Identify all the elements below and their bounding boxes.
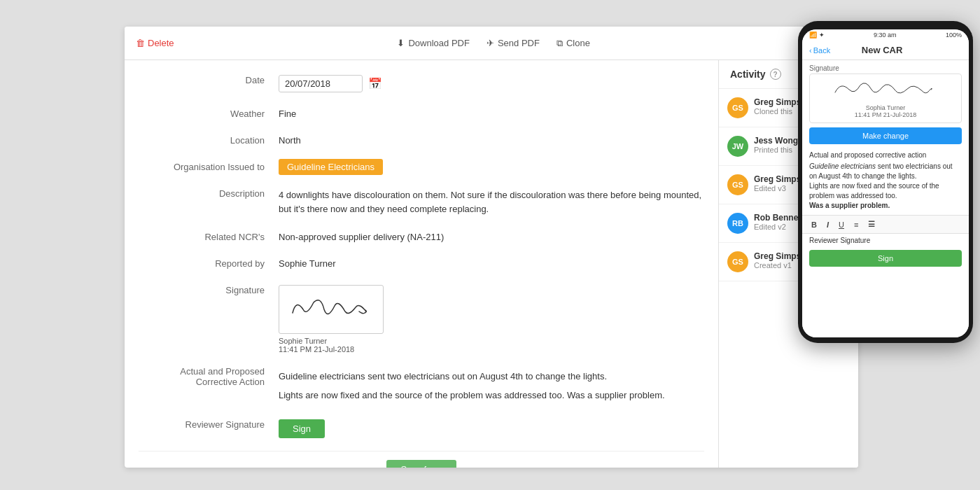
phone-status-bar: 📶 ✦ 9:30 am 100%	[802, 29, 969, 41]
phone-signal: 📶 ✦	[809, 31, 825, 38]
help-icon[interactable]: ?	[770, 69, 781, 80]
avatar: RB	[727, 213, 748, 234]
date-input[interactable]	[279, 75, 363, 92]
org-value: Guideline Electricians	[279, 158, 704, 172]
phone-sig-date: 11:41 PM 21-Jul-2018	[814, 111, 957, 118]
toolbar: 🗑 Delete ⬇ Download PDF ✈ Send PDF ⧉ Clo…	[125, 27, 858, 60]
phone-sig-svg	[830, 78, 941, 101]
corrective-text1: Guideline electricians sent two electric…	[279, 370, 704, 384]
org-badge: Guideline Electricians	[279, 159, 383, 175]
reported-by-row: Reported by Sophie Turner	[139, 255, 704, 269]
reviewer-sig-label: Reviewer Signature	[139, 416, 279, 430]
phone-screen: 📶 ✦ 9:30 am 100% ‹ Back New CAR Signatur…	[802, 29, 969, 337]
org-row: Organisation Issued to Guideline Electri…	[139, 158, 704, 172]
avatar: GS	[727, 251, 748, 272]
related-ncrs-label: Related NCR's	[139, 228, 279, 242]
unordered-list-icon[interactable]: ☰	[866, 218, 877, 230]
phone-sig-label: Signature	[802, 60, 969, 74]
activity-person-name: Rob Bennett	[754, 213, 804, 223]
phone-sign-button[interactable]: Sign	[809, 250, 962, 267]
phone-title: New CAR	[862, 45, 903, 55]
phone-reviewer-label: Reviewer Signature	[802, 234, 969, 247]
sig-name: Sophie Turner	[279, 337, 704, 345]
reviewer-sig-value: Sign	[279, 416, 704, 438]
clone-label: Clone	[566, 38, 590, 48]
download-pdf-button[interactable]: ⬇ Download PDF	[397, 38, 469, 48]
sig-date: 11:41 PM 21-Jul-2018	[279, 345, 704, 354]
corrective-value: Guideline electricians sent two electric…	[279, 366, 704, 403]
signature-area: Sophie Turner 11:41 PM 21-Jul-2018	[279, 281, 704, 354]
phone-sig-person: Sophia Turner	[814, 104, 957, 111]
corrective-row: Actual and Proposed Corrective Action Gu…	[139, 366, 704, 403]
phone-corrective-line2: Lights are now fixed and the source of t…	[809, 182, 939, 200]
send-icon: ✈	[486, 38, 494, 48]
sign-button[interactable]: Sign	[279, 419, 325, 438]
phone-text-toolbar: B I U ≡ ☰	[802, 215, 969, 234]
delete-button[interactable]: 🗑 Delete	[136, 38, 174, 48]
description-label: Description	[139, 185, 279, 199]
phone-back-button[interactable]: ‹ Back	[809, 46, 830, 55]
phone-overlay: 📶 ✦ 9:30 am 100% ‹ Back New CAR Signatur…	[798, 21, 973, 343]
weather-label: Weather	[139, 105, 279, 119]
date-row: Date 📅	[139, 71, 704, 92]
corrective-text2: Lights are now fixed and the source of t…	[279, 388, 704, 403]
activity-info: Rob Bennett Edited v2	[754, 213, 804, 231]
signature-label: Signature	[139, 281, 279, 295]
phone-battery: 100%	[946, 31, 962, 38]
content-area: Date 📅 Weather Fine Location	[125, 60, 858, 468]
form-section: Date 📅 Weather Fine Location	[125, 60, 718, 468]
activity-action-text: Printed this	[754, 146, 798, 154]
page-wrapper: 🗑 Delete ⬇ Download PDF ✈ Send PDF ⧉ Clo…	[0, 0, 980, 490]
clone-button[interactable]: ⧉ Clone	[556, 38, 590, 49]
signature-box	[279, 285, 384, 334]
phone-corrective-label: Actual and proposed corrective action	[802, 148, 969, 162]
send-pdf-button[interactable]: ✈ Send PDF	[486, 38, 540, 48]
date-label: Date	[139, 71, 279, 85]
activity-title: Activity	[730, 69, 766, 80]
phone-content: Signature Sophia Turner 11:41 PM 21-Jul-…	[802, 60, 969, 337]
calendar-icon[interactable]: 📅	[368, 77, 382, 90]
weather-row: Weather Fine	[139, 105, 704, 119]
send-pdf-label: Send PDF	[498, 38, 540, 48]
delete-label: Delete	[148, 38, 174, 48]
phone-corrective-em: Guideline electricians	[809, 162, 876, 170]
signature-row: Signature Sophie Turner 11:41 PM 21-Jul-…	[139, 281, 704, 354]
chevron-left-icon: ‹	[809, 46, 812, 55]
location-value: North	[279, 132, 704, 146]
reported-by-label: Reported by	[139, 255, 279, 269]
ordered-list-icon[interactable]: ≡	[852, 219, 860, 230]
download-icon: ⬇	[397, 38, 405, 48]
clone-icon: ⧉	[556, 38, 563, 49]
related-ncrs-value: Non-approved supplier delivery (NA-211)	[279, 228, 704, 242]
phone-corrective-text: Guideline electricians sent two electric…	[802, 162, 969, 215]
reported-by-value: Sophie Turner	[279, 255, 704, 269]
corrective-label: Actual and Proposed Corrective Action	[139, 366, 279, 387]
phone-corrective-bold: Was a supplier problem.	[809, 202, 890, 209]
description-value: 4 downlights have discolouration on them…	[279, 185, 704, 216]
phone-nav-bar: ‹ Back New CAR	[802, 41, 969, 60]
reviewer-sig-row: Reviewer Signature Sign	[139, 416, 704, 438]
bold-icon[interactable]: B	[809, 219, 819, 230]
avatar: JW	[727, 136, 748, 157]
related-ncrs-row: Related NCR's Non-approved supplier deli…	[139, 228, 704, 242]
trash-icon: 🗑	[136, 38, 145, 48]
org-label: Organisation Issued to	[139, 158, 279, 172]
phone-make-change-button[interactable]: Make change	[809, 127, 962, 144]
location-label: Location	[139, 132, 279, 146]
download-pdf-label: Download PDF	[408, 38, 469, 48]
weather-value: Fine	[279, 105, 704, 119]
location-row: Location North	[139, 132, 704, 146]
phone-time: 9:30 am	[874, 31, 897, 38]
phone-back-label: Back	[813, 46, 830, 55]
save-button[interactable]: Save form	[386, 460, 456, 468]
activity-action-text: Edited v2	[754, 223, 804, 231]
avatar: GS	[727, 97, 748, 118]
activity-person-name: Jess Wong	[754, 136, 798, 146]
phone-sig-area: Sophia Turner 11:41 PM 21-Jul-2018	[809, 74, 962, 123]
description-row: Description 4 downlights have discoloura…	[139, 185, 704, 216]
avatar: GS	[727, 174, 748, 195]
underline-icon[interactable]: U	[836, 219, 846, 230]
activity-info: Jess Wong Printed this	[754, 136, 798, 154]
signature-svg	[279, 292, 383, 327]
italic-icon[interactable]: I	[825, 219, 831, 230]
